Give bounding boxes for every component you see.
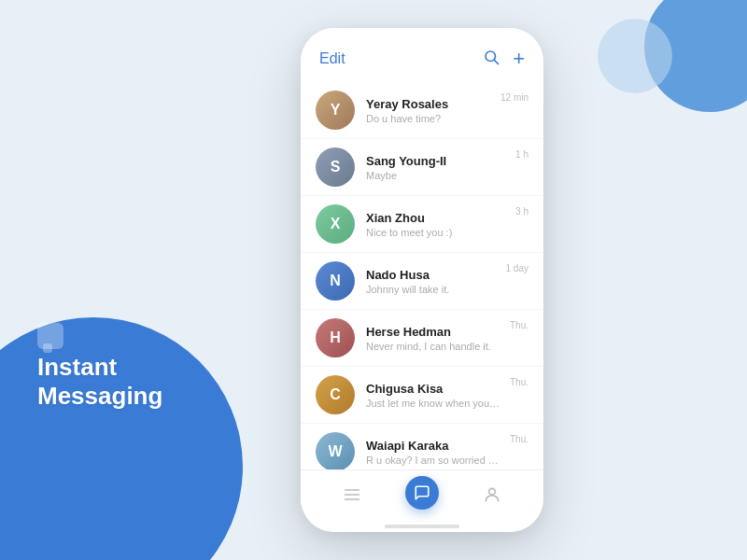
avatar: C <box>316 375 355 414</box>
nav-chat-icon[interactable] <box>405 476 439 510</box>
conv-name: Herse Hedman <box>366 325 502 339</box>
conv-name: Chigusa Kisa <box>366 382 502 396</box>
conv-time: 1 h <box>515 149 529 160</box>
header-actions: + <box>483 47 525 71</box>
avatar: S <box>316 147 355 187</box>
conversation-item[interactable]: S Sang Young-II Maybe 1 h <box>301 139 543 196</box>
conv-time: Thu. <box>510 320 529 330</box>
home-indicator <box>385 525 459 528</box>
conversation-item[interactable]: H Herse Hedman Never mind, I can handle … <box>301 310 543 367</box>
conversation-item[interactable]: C Chigusa Kisa Just let me know when you… <box>301 367 543 424</box>
conv-name: Xian Zhou <box>366 211 508 225</box>
edit-button[interactable]: Edit <box>319 50 345 67</box>
bottom-navigation <box>301 469 543 525</box>
svg-point-5 <box>488 488 495 495</box>
brand-title: Instant Messaging <box>37 353 162 411</box>
conv-preview: Do u have time? <box>366 113 493 124</box>
conversation-item[interactable]: N Nado Husa Johnny will take it. 1 day <box>301 253 543 310</box>
conv-time: Thu. <box>510 377 529 387</box>
conv-content: Nado Husa Johnny will take it. <box>366 268 499 295</box>
conv-content: Xian Zhou Nice to meet you :) <box>366 211 508 238</box>
conv-content: Herse Hedman Never mind, I can handle it… <box>366 325 502 352</box>
conversation-list: Y Yeray Rosales Do u have time? 12 min S… <box>301 82 543 469</box>
conv-time: 3 h <box>515 206 529 217</box>
nav-profile-icon[interactable] <box>479 482 505 508</box>
conv-content: Yeray Rosales Do u have time? <box>366 97 493 124</box>
branding-section: Instant Messaging <box>37 323 162 411</box>
avatar: W <box>316 432 355 469</box>
app-header: Edit + <box>301 28 543 82</box>
conv-preview: Just let me know when you want to do... <box>366 398 502 409</box>
conv-content: Sang Young-II Maybe <box>366 154 508 181</box>
conv-preview: R u okay? I am so worried about u! <box>366 455 502 466</box>
conversation-item[interactable]: Y Yeray Rosales Do u have time? 12 min <box>301 82 543 139</box>
search-icon[interactable] <box>483 49 500 70</box>
conv-name: Yeray Rosales <box>366 97 493 111</box>
brand-icon <box>37 323 63 349</box>
conv-content: Waiapi Karaka R u okay? I am so worried … <box>366 439 502 466</box>
phone-mockup: Edit + Y Yeray Rosales Do u have time? 1… <box>301 28 543 532</box>
conv-time: Thu. <box>510 434 529 444</box>
conv-preview: Never mind, I can handle it. <box>366 341 502 352</box>
nav-menu-icon[interactable] <box>339 482 365 508</box>
conv-name: Nado Husa <box>366 268 499 282</box>
conv-name: Waiapi Karaka <box>366 439 502 453</box>
bg-decoration-light <box>598 19 672 93</box>
conv-content: Chigusa Kisa Just let me know when you w… <box>366 382 502 409</box>
conv-preview: Maybe <box>366 170 508 181</box>
avatar: Y <box>316 91 355 130</box>
conv-time: 12 min <box>500 92 529 103</box>
avatar: H <box>316 318 355 357</box>
conv-preview: Johnny will take it. <box>366 284 499 295</box>
add-icon[interactable]: + <box>513 47 525 71</box>
conversation-item[interactable]: X Xian Zhou Nice to meet you :) 3 h <box>301 196 543 253</box>
avatar: N <box>316 261 355 301</box>
avatar: X <box>316 204 355 244</box>
conv-preview: Nice to meet you :) <box>366 227 508 238</box>
conversation-item[interactable]: W Waiapi Karaka R u okay? I am so worrie… <box>301 424 543 469</box>
conv-name: Sang Young-II <box>366 154 508 168</box>
svg-line-1 <box>495 60 499 63</box>
conv-time: 1 day <box>506 263 529 273</box>
